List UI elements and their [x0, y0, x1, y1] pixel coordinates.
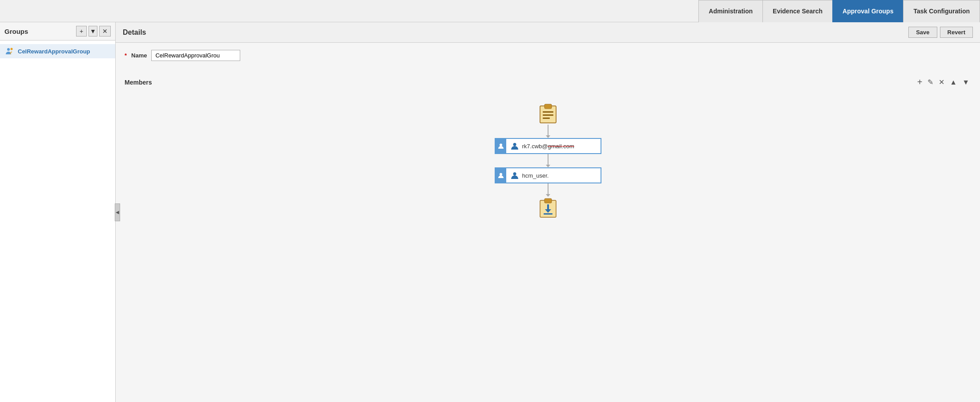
header-actions: Save Revert — [908, 27, 973, 38]
svg-rect-13 — [544, 199, 552, 203]
svg-rect-5 — [543, 111, 553, 113]
svg-point-9 — [513, 143, 516, 146]
sidebar-collapse-handle[interactable]: ◀ — [115, 203, 120, 221]
name-input[interactable] — [151, 50, 240, 61]
svg-point-11 — [513, 172, 516, 175]
required-star: * — [125, 52, 127, 59]
details-title: Details — [123, 28, 146, 37]
members-title: Members — [125, 79, 152, 86]
svg-point-8 — [500, 144, 502, 146]
save-button[interactable]: Save — [908, 27, 937, 38]
group-icon — [5, 47, 14, 56]
add-member-button[interactable]: + — [915, 76, 924, 88]
details-header: Details Save Revert — [116, 22, 980, 43]
content-area: Details Save Revert * Name Members + ✎ ✕ — [116, 22, 980, 402]
name-label: Name — [131, 52, 147, 59]
member-1-content: rk7.cwb@gmail.com — [506, 142, 601, 150]
tab-task-configuration[interactable]: Task Configuration — [903, 0, 980, 22]
svg-point-1 — [11, 48, 13, 50]
member-2-tab — [496, 168, 506, 183]
svg-rect-7 — [543, 118, 550, 119]
tab-evidence-search[interactable]: Evidence Search — [762, 0, 833, 22]
edit-member-button[interactable]: ✎ — [926, 77, 935, 87]
workflow-member-2[interactable]: hcm_user. — [495, 167, 601, 183]
sidebar-list: CelRewardApprovalGroup — [0, 41, 115, 62]
member-2-name: hcm_user. — [522, 172, 549, 179]
svg-point-0 — [7, 48, 10, 51]
svg-rect-16 — [544, 213, 553, 215]
arrow-3 — [546, 183, 550, 197]
sidebar-wrapper: Groups + ▼ ✕ — [0, 22, 116, 402]
member-1-tab — [496, 139, 506, 153]
sidebar: Groups + ▼ ✕ — [0, 22, 116, 402]
revert-button[interactable]: Revert — [940, 27, 973, 38]
members-section: Members + ✎ ✕ ▲ ▼ — [116, 76, 980, 228]
arrow-2 — [546, 154, 550, 167]
sidebar-header: Groups + ▼ ✕ — [0, 22, 115, 41]
members-actions: + ✎ ✕ ▲ ▼ — [915, 76, 971, 88]
tab-approval-groups[interactable]: Approval Groups — [832, 0, 903, 22]
svg-rect-4 — [544, 104, 552, 109]
sidebar-item-cel-reward-approval-group[interactable]: CelRewardApprovalGroup — [0, 44, 115, 58]
arrow-1 — [546, 125, 550, 138]
member-2-content: hcm_user. — [506, 171, 601, 179]
workflow-end-node — [537, 197, 559, 219]
add-group-button[interactable]: + — [76, 26, 87, 37]
dropdown-button[interactable]: ▼ — [89, 26, 97, 37]
tab-administration[interactable]: Administration — [698, 0, 763, 22]
workflow-start-node — [537, 102, 559, 125]
members-header: Members + ✎ ✕ ▲ ▼ — [125, 76, 971, 88]
svg-rect-6 — [543, 114, 553, 116]
details-body: * Name — [116, 43, 980, 76]
workflow-diagram: rk7.cwb@gmail.com — [125, 93, 971, 228]
svg-point-10 — [500, 173, 502, 176]
close-sidebar-button[interactable]: ✕ — [99, 26, 111, 37]
group-item-label: CelRewardApprovalGroup — [18, 48, 90, 55]
member-1-email: rk7.cwb@gmail.com — [522, 143, 574, 150]
sidebar-title: Groups — [4, 28, 74, 35]
delete-member-button[interactable]: ✕ — [937, 77, 946, 87]
top-navigation: Administration Evidence Search Approval … — [0, 0, 980, 22]
move-member-down-button[interactable]: ▼ — [960, 77, 971, 87]
workflow-member-1[interactable]: rk7.cwb@gmail.com — [495, 138, 601, 154]
move-member-up-button[interactable]: ▲ — [948, 77, 959, 87]
name-field-row: * Name — [125, 50, 971, 61]
main-layout: Groups + ▼ ✕ — [0, 22, 980, 402]
